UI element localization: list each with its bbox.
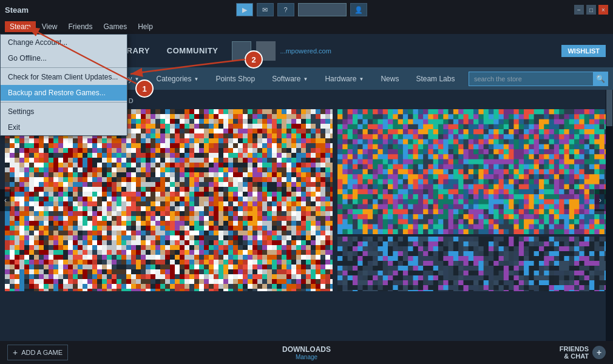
featured-side-top-image[interactable]: [337, 109, 608, 234]
tab-categories-label: Categories: [156, 75, 191, 83]
bottombar: + ADD A GAME DOWNLOADS Manage FRIENDS & …: [0, 341, 613, 364]
featured-side-bottom-image[interactable]: [337, 237, 608, 291]
scroll-left-arrow[interactable]: ‹: [0, 189, 11, 211]
help-icon[interactable]: ?: [277, 3, 294, 16]
side-canvas-2: [337, 237, 608, 291]
titlebar: Steam ▶ ✉ ? 👤 − □ ×: [0, 0, 613, 19]
menubar: Steam View Friends Games Help: [0, 19, 613, 34]
search-button[interactable]: 🔍: [593, 72, 608, 86]
featured-canvas: [5, 109, 333, 291]
add-game-button[interactable]: + ADD A GAME: [7, 345, 68, 360]
chevron-down-icon-3: ▼: [194, 76, 199, 82]
window-controls: − □ ×: [574, 5, 608, 15]
menu-help[interactable]: Help: [133, 21, 158, 32]
search-input[interactable]: [469, 75, 593, 83]
chevron-down-icon-2: ▼: [135, 76, 140, 82]
tab-software[interactable]: Software ▼: [263, 71, 316, 87]
minimize-button[interactable]: −: [574, 5, 584, 15]
menu-separator-2: [1, 102, 127, 103]
chevron-down-icon-5: ▼: [359, 76, 364, 82]
tab-points-shop[interactable]: Points Shop: [207, 71, 263, 87]
tab-software-label: Software: [272, 75, 300, 83]
steam-logo: Steam: [5, 5, 29, 15]
downloads-label: DOWNLOADS: [282, 345, 331, 354]
search-bar: 🔍: [469, 72, 608, 86]
tab-points-label: Points Shop: [215, 75, 255, 83]
titlebar-icons: ▶ ✉ ? 👤: [236, 3, 367, 16]
side-canvas-1: [337, 109, 608, 234]
friends-chat-label: FRIENDS & CHAT: [560, 345, 589, 360]
menu-check-updates[interactable]: Check for Steam Client Updates...: [1, 69, 127, 85]
tab-news-label: News: [381, 75, 399, 83]
friends-add-icon: +: [592, 346, 606, 359]
chevron-down-icon-4: ▼: [303, 76, 308, 82]
featured-section: ‹ ›: [0, 109, 613, 291]
account-email: ...mpowered.com: [280, 47, 331, 55]
mail-icon[interactable]: ✉: [257, 3, 274, 16]
scrollbar-track[interactable]: [606, 90, 613, 341]
close-button[interactable]: ×: [598, 5, 608, 15]
avatar-small: [232, 41, 251, 61]
menu-games[interactable]: Games: [99, 21, 132, 32]
add-game-label: ADD A GAME: [21, 349, 63, 356]
featured-side: [337, 109, 608, 291]
tab-steam-labs[interactable]: Steam Labs: [407, 71, 463, 87]
username-field[interactable]: [298, 3, 347, 16]
scroll-right-arrow[interactable]: ›: [595, 189, 606, 211]
tab-news[interactable]: News: [372, 71, 407, 87]
menu-steam[interactable]: Steam: [5, 21, 36, 32]
downloads-center: DOWNLOADS Manage: [282, 345, 331, 360]
restore-button[interactable]: □: [586, 5, 596, 15]
friends-chat-button[interactable]: FRIENDS & CHAT +: [560, 345, 606, 360]
avatar-2: [256, 41, 276, 61]
header-right: WISHLIST: [561, 45, 606, 57]
broadcast-icon[interactable]: ▶: [236, 3, 253, 16]
steam-dropdown-menu: Change Account... Go Offline... Check fo…: [0, 34, 127, 136]
plus-icon: +: [13, 348, 18, 357]
profile-icon[interactable]: 👤: [350, 3, 367, 16]
featured-main-image[interactable]: [5, 109, 333, 291]
menu-go-offline[interactable]: Go Offline...: [1, 50, 127, 66]
menu-separator-1: [1, 67, 127, 68]
menu-exit[interactable]: Exit: [1, 120, 127, 135]
wishlist-button[interactable]: WISHLIST: [561, 45, 606, 57]
menu-backup-restore[interactable]: Backup and Restore Games...: [1, 85, 127, 101]
menu-settings[interactable]: Settings: [1, 104, 127, 120]
downloads-manage-link[interactable]: Manage: [282, 354, 331, 360]
menu-change-account[interactable]: Change Account...: [1, 35, 127, 50]
scrollbar-thumb[interactable]: [606, 90, 612, 126]
tab-hardware[interactable]: Hardware ▼: [316, 71, 372, 87]
menu-view[interactable]: View: [37, 21, 63, 32]
featured-area: [0, 109, 613, 291]
tab-hardware-label: Hardware: [325, 75, 356, 83]
titlebar-left: Steam: [5, 5, 29, 15]
tab-categories[interactable]: Categories ▼: [147, 71, 207, 87]
tab-steam-labs-label: Steam Labs: [416, 75, 455, 83]
header-community-link[interactable]: COMMUNITY: [158, 44, 227, 58]
menu-friends[interactable]: Friends: [63, 21, 97, 32]
